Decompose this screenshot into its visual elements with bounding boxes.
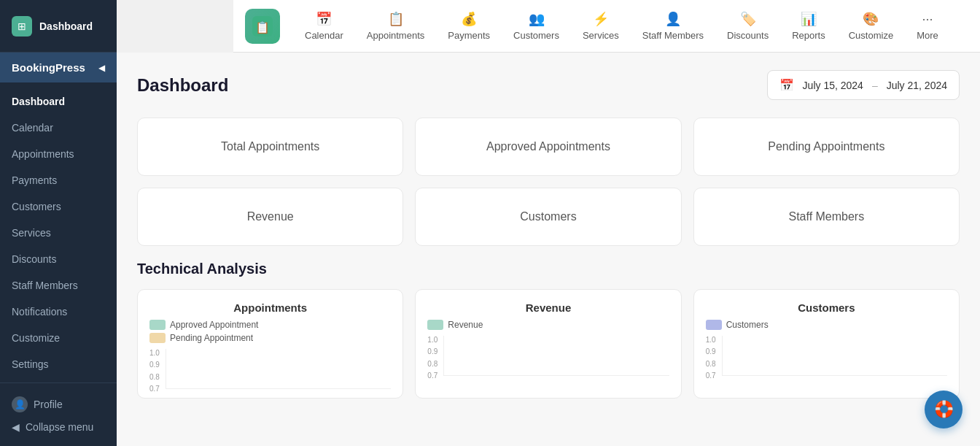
date-range-picker[interactable]: 📅 July 15, 2024 – July 21, 2024 xyxy=(767,70,960,100)
calendar-icon: 📅 xyxy=(316,11,332,27)
discounts-icon: 🏷️ xyxy=(740,11,756,27)
technical-analysis-title: Technical Analysis xyxy=(137,261,960,277)
legend-customers: Customers xyxy=(706,320,947,330)
appointments-chart-card: Appointments Approved Appointment Pendin… xyxy=(137,289,403,399)
date-separator: – xyxy=(872,80,878,91)
top-nav: 📋 📅 Calendar 📋 Appointments 💰 Payments � xyxy=(233,0,980,53)
more-icon: ··· xyxy=(922,12,933,27)
sidebar-item-customers[interactable]: Customers xyxy=(0,193,117,220)
sidebar-item-notifications[interactable]: Notifications xyxy=(0,299,117,325)
main-layout: 📋 📅 Calendar 📋 Appointments 💰 Payments � xyxy=(0,0,980,446)
collapse-icon: ◀ xyxy=(12,421,20,433)
dashboard-icon: ⊞ xyxy=(12,16,32,36)
nav-item-calendar[interactable]: 📅 Calendar xyxy=(295,5,354,47)
legend-revenue-label: Revenue xyxy=(448,320,483,330)
fab-help-button[interactable]: 🛟 xyxy=(925,391,962,428)
legend-approved-appointment: Approved Appointment xyxy=(149,320,391,330)
legend-customers-label: Customers xyxy=(726,320,769,330)
nav-label-payments: Payments xyxy=(448,30,490,41)
nav-item-customers[interactable]: 👥 Customers xyxy=(503,5,569,47)
nav-label-staff: Staff Members xyxy=(642,30,704,41)
nav-label-appointments: Appointments xyxy=(367,30,425,41)
nav-label-more: More xyxy=(917,30,938,41)
nav-item-appointments[interactable]: 📋 Appointments xyxy=(357,5,435,47)
sidebar-item-settings[interactable]: Settings xyxy=(0,351,117,377)
sidebar-item-dashboard[interactable]: Dashboard xyxy=(0,88,117,115)
nav-item-staff[interactable]: 👤 Staff Members xyxy=(632,5,714,47)
profile-icon: 👤 xyxy=(12,396,28,412)
nav-label-services: Services xyxy=(583,30,619,41)
nav-label-customers: Customers xyxy=(513,30,559,41)
nav-item-services[interactable]: ⚡ Services xyxy=(572,5,629,47)
svg-text:📋: 📋 xyxy=(255,20,270,34)
stat-card-total-appointments[interactable]: Total Appointments xyxy=(137,118,403,176)
customers-chart-body: 1.0 0.9 0.8 0.7 xyxy=(706,336,947,380)
customize-icon: 🎨 xyxy=(863,11,879,27)
legend-revenue-color xyxy=(427,320,443,330)
stat-label-pending-appointments: Pending Appointments xyxy=(768,140,884,153)
stat-label-customers: Customers xyxy=(520,210,576,223)
stat-card-revenue[interactable]: Revenue xyxy=(137,188,403,246)
nav-label-reports: Reports xyxy=(792,30,825,41)
sidebar-item-payments[interactable]: Payments xyxy=(0,167,117,193)
sidebar-brand[interactable]: BookingPress ◀ xyxy=(0,53,117,82)
charts-grid: Appointments Approved Appointment Pendin… xyxy=(137,289,960,399)
stat-card-approved-appointments[interactable]: Approved Appointments xyxy=(415,118,681,176)
stat-card-staff-members[interactable]: Staff Members xyxy=(693,188,960,246)
sidebar-collapse-button[interactable]: ◀ Collapse menu xyxy=(12,417,105,437)
stat-card-customers[interactable]: Customers xyxy=(415,188,681,246)
appointments-chart-title: Appointments xyxy=(149,301,391,314)
logo: 📋 xyxy=(245,9,280,44)
sidebar-item-appointments[interactable]: Appointments xyxy=(0,141,117,167)
sidebar-header-label: Dashboard xyxy=(39,20,93,32)
nav-item-reports[interactable]: 📊 Reports xyxy=(782,5,836,47)
stat-label-revenue: Revenue xyxy=(247,210,294,223)
customers-chart-legend: Customers xyxy=(706,320,947,330)
sidebar-header: ⊞ Dashboard xyxy=(0,0,117,53)
sidebar-item-customize[interactable]: Customize xyxy=(0,325,117,351)
legend-approved-color xyxy=(149,320,166,330)
sidebar-profile[interactable]: 👤 Profile xyxy=(12,392,105,417)
sidebar-item-reports[interactable]: Reports xyxy=(0,377,117,382)
sidebar: ⊞ Dashboard BookingPress ◀ Dashboard Cal… xyxy=(0,0,117,446)
nav-item-payments[interactable]: 💰 Payments xyxy=(438,5,500,47)
customers-chart-card: Customers Customers 1.0 0.9 0.8 xyxy=(693,289,960,399)
legend-revenue: Revenue xyxy=(427,320,669,330)
customers-chart-area xyxy=(722,336,947,376)
nav-item-more[interactable]: ··· More xyxy=(906,6,949,47)
date-end: July 21, 2024 xyxy=(887,80,947,91)
nav-label-discounts: Discounts xyxy=(727,30,769,41)
legend-pending-label: Pending Appointment xyxy=(170,333,253,343)
customers-y-axis: 1.0 0.9 0.8 0.7 xyxy=(706,336,718,380)
date-range-calendar-icon: 📅 xyxy=(779,78,794,92)
nav-item-discounts[interactable]: 🏷️ Discounts xyxy=(717,5,779,47)
dashboard-header: Dashboard 📅 July 15, 2024 – July 21, 202… xyxy=(137,70,960,100)
customers-icon: 👥 xyxy=(529,11,545,27)
customers-chart-title: Customers xyxy=(706,301,947,314)
revenue-chart-title: Revenue xyxy=(427,301,669,314)
nav-label-calendar: Calendar xyxy=(305,30,343,41)
appointments-chart-body: 1.0 0.9 0.8 0.7 xyxy=(149,349,391,393)
sidebar-brand-arrow: ◀ xyxy=(98,63,105,73)
sidebar-brand-label: BookingPress xyxy=(12,61,85,74)
sidebar-nav: Dashboard Calendar Appointments Payments… xyxy=(0,82,117,382)
revenue-chart-body: 1.0 0.9 0.8 0.7 xyxy=(427,336,669,380)
reports-icon: 📊 xyxy=(801,11,817,27)
legend-customers-color xyxy=(706,320,722,330)
sidebar-item-staff-members[interactable]: Staff Members xyxy=(0,272,117,299)
appointments-icon: 📋 xyxy=(388,11,404,27)
legend-pending-appointment: Pending Appointment xyxy=(149,333,391,343)
stat-card-pending-appointments[interactable]: Pending Appointments xyxy=(693,118,960,176)
sidebar-item-calendar[interactable]: Calendar xyxy=(0,115,117,141)
appointments-y-axis: 1.0 0.9 0.8 0.7 xyxy=(149,349,161,393)
chart-bars xyxy=(166,349,391,388)
payments-icon: 💰 xyxy=(461,11,477,27)
nav-item-customize[interactable]: 🎨 Customize xyxy=(839,5,903,47)
main-content: Dashboard 📅 July 15, 2024 – July 21, 202… xyxy=(117,53,980,446)
date-start: July 15, 2024 xyxy=(803,80,863,91)
collapse-label: Collapse menu xyxy=(26,421,93,433)
sidebar-item-discounts[interactable]: Discounts xyxy=(0,246,117,272)
appointments-chart-legend: Approved Appointment Pending Appointment xyxy=(149,320,391,343)
sidebar-item-services[interactable]: Services xyxy=(0,220,117,246)
revenue-chart-card: Revenue Revenue 1.0 0.9 0.8 xyxy=(415,289,681,399)
